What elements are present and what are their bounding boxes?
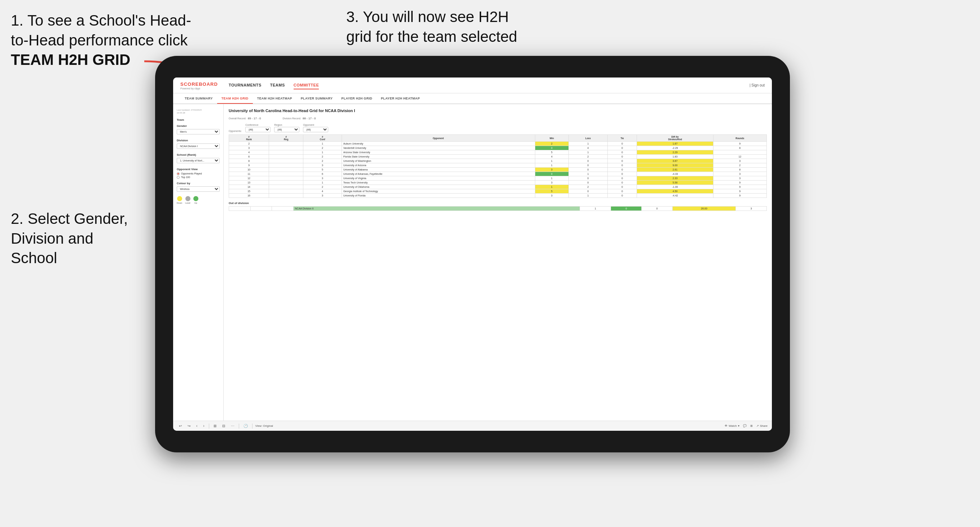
up-color-dot (193, 196, 198, 201)
timestamp-date: Last Updated: 27/03/2024 (177, 109, 202, 111)
ann2-line1: 2. Select Gender, (11, 210, 128, 227)
tab-team-h2h-grid[interactable]: TEAM H2H GRID (217, 94, 253, 104)
school-select[interactable]: 1. University of Nort... (177, 158, 220, 163)
division-label: Division (177, 139, 220, 142)
redo-button[interactable]: ↪ (186, 423, 192, 429)
cell-loss: 1 (568, 142, 608, 146)
opponent-filter: Opponent (All) (303, 124, 328, 132)
cell-reg (269, 185, 303, 189)
tab-player-summary[interactable]: PLAYER SUMMARY (296, 94, 337, 104)
radio2-label: Top 100 (181, 176, 190, 178)
present-button[interactable]: ⊞ (750, 424, 753, 427)
gender-select[interactable]: Men's (177, 129, 220, 135)
down-label: Down (177, 202, 182, 204)
nav-tournaments[interactable]: TOURNAMENTS (229, 81, 261, 89)
undo-button[interactable]: ↩ (177, 423, 183, 429)
col-rounds: Rounds (713, 135, 767, 142)
colour-by-select[interactable]: Win/loss (177, 186, 220, 192)
nav-committee[interactable]: COMMITTEE (294, 81, 319, 89)
table-row: 15 4 Georgia Institute of Technology 5 0… (229, 189, 767, 194)
school-label: School (Rank) (177, 153, 220, 156)
paste-button[interactable]: ⊟ (221, 423, 226, 429)
tab-team-h2h-heatmap[interactable]: TEAM H2H HEATMAP (253, 94, 296, 104)
cell-tie: 0 (608, 185, 637, 189)
division-select[interactable]: NCAA Division I (177, 143, 220, 149)
divider-1 (209, 424, 209, 429)
cell-rounds: 8 (713, 168, 767, 172)
radio-opponents-played[interactable]: Opponents Played (177, 172, 220, 175)
ann1-line2: to-Head performance click (11, 32, 188, 49)
cell-win: 1 (535, 159, 568, 163)
cell-opponent: University of Florida (342, 194, 535, 198)
nav-next[interactable]: › (202, 423, 205, 429)
share-button[interactable]: ↗ Share (756, 424, 768, 427)
overall-record-value: 89 - 17 - 0 (248, 117, 261, 120)
ann1-line1: 1. To see a School's Head- (11, 12, 191, 29)
cell-rank: 13 (229, 181, 269, 185)
left-panel: Last Updated: 27/03/2024 16:55:38 Team G… (173, 104, 224, 421)
clock-button[interactable]: 🕐 (242, 423, 249, 429)
tab-team-summary[interactable]: TEAM SUMMARY (180, 94, 217, 104)
conference-filter: Conference (All) (245, 124, 270, 132)
table-row: 9 3 University of Arizona 1 0 0 9.00 2 (229, 163, 767, 168)
cell-rank: 14 (229, 185, 269, 189)
cell-rounds: 9 (713, 189, 767, 194)
cell-conf: 1 (303, 150, 342, 155)
cell-tie: 0 (608, 194, 637, 198)
divider-2 (239, 424, 239, 429)
table-row: 8 2 University of Washington 1 0 0 3.67 … (229, 159, 767, 163)
toolbar-right: 👁 Watch ▾ 💬 ⊞ ↗ Share (725, 424, 768, 427)
conference-select[interactable]: (All) (245, 127, 270, 132)
cell-rounds: 12 (713, 155, 767, 159)
table-row: 6 2 Florida State University 4 2 0 1.83 … (229, 155, 767, 159)
cell-tie: 0 (608, 176, 637, 181)
nav-teams[interactable]: TEAMS (270, 81, 285, 89)
cell-rounds: 3 (713, 159, 767, 163)
cell-opponent: Vanderbilt University (342, 146, 535, 150)
out-of-division-table: NCAA Division II 1 0 0 26.00 3 (229, 206, 767, 211)
annotation-2: 2. Select Gender, Division and School (11, 209, 162, 268)
cell-reg (269, 155, 303, 159)
colour-by-label: Colour by (177, 182, 220, 185)
region-select[interactable]: (All) (274, 127, 299, 132)
cell-loss: 2 (568, 155, 608, 159)
cell-loss: 0 (568, 163, 608, 168)
tab-player-h2h-heatmap[interactable]: PLAYER H2H HEATMAP (377, 94, 424, 104)
bottom-toolbar: ↩ ↪ ‹ › ⊞ ⊟ ⋯ 🕐 View: Original 👁 Watch ▾… (173, 421, 772, 431)
radio1-label: Opponents Played (181, 172, 202, 175)
cell-win: 3 (535, 168, 568, 172)
watch-button[interactable]: 👁 Watch ▾ (725, 424, 739, 427)
more-button[interactable]: ⋯ (229, 423, 236, 429)
cell-conf: 3 (303, 176, 342, 181)
nav-bar: SCOREBOARD Powered by clippi TOURNAMENTS… (173, 78, 772, 94)
cell-win: 3 (535, 181, 568, 185)
cell-reg (269, 194, 303, 198)
cell-opponent: Georgia Institute of Technology (342, 189, 535, 194)
cell-diff: -4.42 (637, 194, 713, 198)
cell-loss: 1 (568, 194, 608, 198)
cell-tie: 0 (608, 142, 637, 146)
col-diff: Diff AvStrokes/Rnd (637, 135, 713, 142)
cell-loss: 0 (568, 189, 608, 194)
opponent-select[interactable]: (All) (303, 127, 328, 132)
grid-area: University of North Carolina Head-to-Hea… (224, 104, 772, 421)
region-filter: Region (All) (274, 124, 299, 132)
cell-rounds: 3 (713, 176, 767, 181)
opponent-label: Opponent (303, 124, 328, 126)
logo: SCOREBOARD Powered by clippi (180, 81, 218, 90)
cell-rank: 8 (229, 159, 269, 163)
timestamp: Last Updated: 27/03/2024 16:55:38 (177, 108, 220, 114)
cell-win: 3 (535, 194, 568, 198)
tab-player-h2h-grid[interactable]: PLAYER H2H GRID (337, 94, 377, 104)
cell-win: 0 (535, 172, 568, 176)
sign-out-link[interactable]: | Sign out (749, 83, 765, 87)
cell-rounds: 9 (713, 142, 767, 146)
nav-prev[interactable]: ‹ (195, 423, 199, 429)
radio-top100[interactable]: Top 100 (177, 176, 220, 179)
table-row: 3 2 Vanderbilt University 0 4 0 -2.29 8 (229, 146, 767, 150)
col-win: Win (535, 135, 568, 142)
comment-button[interactable]: 💬 (743, 424, 747, 427)
cell-diff: 4.50 (637, 189, 713, 194)
cell-reg (269, 142, 303, 146)
copy-button[interactable]: ⊞ (212, 423, 218, 429)
